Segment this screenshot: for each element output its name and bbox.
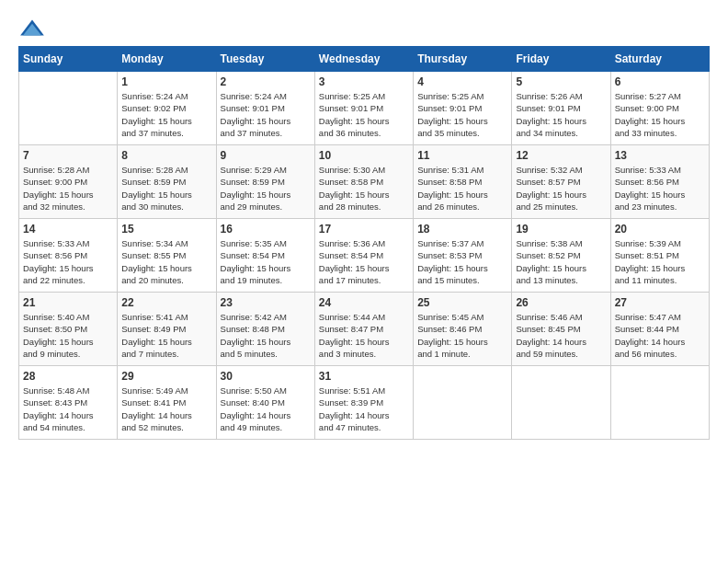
weekday-header: Thursday <box>414 47 512 72</box>
day-info: Sunrise: 5:50 AM Sunset: 8:40 PM Dayligh… <box>221 385 311 433</box>
day-info: Sunrise: 5:38 AM Sunset: 8:52 PM Dayligh… <box>516 237 606 286</box>
day-info: Sunrise: 5:31 AM Sunset: 8:58 PM Dayligh… <box>417 164 507 213</box>
day-info: Sunrise: 5:24 AM Sunset: 9:02 PM Dayligh… <box>121 90 211 139</box>
day-number: 26 <box>516 296 606 309</box>
day-number: 10 <box>319 149 409 162</box>
calendar-cell: 23Sunrise: 5:42 AM Sunset: 8:48 PM Dayli… <box>216 293 314 366</box>
day-info: Sunrise: 5:47 AM Sunset: 8:44 PM Dayligh… <box>615 311 705 360</box>
calendar-cell: 24Sunrise: 5:44 AM Sunset: 8:47 PM Dayli… <box>314 293 413 366</box>
calendar-week-row: 21Sunrise: 5:40 AM Sunset: 8:50 PM Dayli… <box>19 293 710 366</box>
calendar-cell: 15Sunrise: 5:34 AM Sunset: 8:55 PM Dayli… <box>118 219 216 293</box>
calendar-cell: 30Sunrise: 5:50 AM Sunset: 8:40 PM Dayli… <box>216 366 314 440</box>
calendar-cell: 5Sunrise: 5:26 AM Sunset: 9:01 PM Daylig… <box>512 72 610 145</box>
calendar-cell: 17Sunrise: 5:36 AM Sunset: 8:54 PM Dayli… <box>314 219 413 293</box>
calendar-cell: 4Sunrise: 5:25 AM Sunset: 9:01 PM Daylig… <box>414 72 512 145</box>
calendar-cell: 25Sunrise: 5:45 AM Sunset: 8:46 PM Dayli… <box>414 293 512 366</box>
day-info: Sunrise: 5:32 AM Sunset: 8:57 PM Dayligh… <box>516 164 606 213</box>
calendar-cell: 22Sunrise: 5:41 AM Sunset: 8:49 PM Dayli… <box>118 293 216 366</box>
day-info: Sunrise: 5:33 AM Sunset: 8:56 PM Dayligh… <box>23 237 113 286</box>
day-info: Sunrise: 5:37 AM Sunset: 8:53 PM Dayligh… <box>417 237 507 286</box>
day-info: Sunrise: 5:49 AM Sunset: 8:41 PM Dayligh… <box>121 385 211 433</box>
day-number: 9 <box>221 149 311 162</box>
day-number: 14 <box>23 223 113 236</box>
day-number: 2 <box>221 75 311 88</box>
day-number: 24 <box>319 296 409 309</box>
calendar-cell: 11Sunrise: 5:31 AM Sunset: 8:58 PM Dayli… <box>414 145 512 219</box>
calendar-header-row: SundayMondayTuesdayWednesdayThursdayFrid… <box>19 47 710 72</box>
calendar-cell <box>414 366 512 440</box>
day-number: 25 <box>417 296 507 309</box>
page-header <box>18 18 710 37</box>
calendar-week-row: 14Sunrise: 5:33 AM Sunset: 8:56 PM Dayli… <box>19 219 710 293</box>
day-info: Sunrise: 5:48 AM Sunset: 8:43 PM Dayligh… <box>23 385 113 433</box>
calendar-cell: 29Sunrise: 5:49 AM Sunset: 8:41 PM Dayli… <box>118 366 216 440</box>
calendar-cell: 31Sunrise: 5:51 AM Sunset: 8:39 PM Dayli… <box>314 366 413 440</box>
calendar-cell: 12Sunrise: 5:32 AM Sunset: 8:57 PM Dayli… <box>512 145 610 219</box>
day-info: Sunrise: 5:42 AM Sunset: 8:48 PM Dayligh… <box>221 311 311 360</box>
day-info: Sunrise: 5:26 AM Sunset: 9:01 PM Dayligh… <box>516 90 606 139</box>
day-number: 7 <box>23 149 113 162</box>
day-number: 16 <box>221 223 311 236</box>
day-info: Sunrise: 5:46 AM Sunset: 8:45 PM Dayligh… <box>516 311 606 360</box>
calendar-cell <box>610 366 709 440</box>
day-info: Sunrise: 5:45 AM Sunset: 8:46 PM Dayligh… <box>417 311 507 360</box>
day-number: 15 <box>121 223 211 236</box>
day-number: 11 <box>417 149 507 162</box>
calendar-week-row: 28Sunrise: 5:48 AM Sunset: 8:43 PM Dayli… <box>19 366 710 440</box>
calendar-cell: 3Sunrise: 5:25 AM Sunset: 9:01 PM Daylig… <box>314 72 413 145</box>
calendar-week-row: 1Sunrise: 5:24 AM Sunset: 9:02 PM Daylig… <box>19 72 710 145</box>
day-info: Sunrise: 5:44 AM Sunset: 8:47 PM Dayligh… <box>319 311 409 360</box>
day-info: Sunrise: 5:27 AM Sunset: 9:00 PM Dayligh… <box>615 90 705 139</box>
day-number: 31 <box>319 370 409 383</box>
weekday-header: Friday <box>512 47 610 72</box>
calendar-cell: 27Sunrise: 5:47 AM Sunset: 8:44 PM Dayli… <box>610 293 709 366</box>
day-info: Sunrise: 5:30 AM Sunset: 8:58 PM Dayligh… <box>319 164 409 213</box>
day-info: Sunrise: 5:25 AM Sunset: 9:01 PM Dayligh… <box>417 90 507 139</box>
weekday-header: Wednesday <box>314 47 413 72</box>
day-number: 27 <box>615 296 705 309</box>
day-info: Sunrise: 5:33 AM Sunset: 8:56 PM Dayligh… <box>615 164 705 213</box>
calendar-cell: 21Sunrise: 5:40 AM Sunset: 8:50 PM Dayli… <box>19 293 118 366</box>
day-number: 17 <box>319 223 409 236</box>
day-number: 21 <box>23 296 113 309</box>
calendar-cell: 6Sunrise: 5:27 AM Sunset: 9:00 PM Daylig… <box>610 72 709 145</box>
day-number: 5 <box>516 75 606 88</box>
calendar-cell: 9Sunrise: 5:29 AM Sunset: 8:59 PM Daylig… <box>216 145 314 219</box>
calendar-cell: 20Sunrise: 5:39 AM Sunset: 8:51 PM Dayli… <box>610 219 709 293</box>
calendar-cell: 1Sunrise: 5:24 AM Sunset: 9:02 PM Daylig… <box>118 72 216 145</box>
day-number: 20 <box>615 223 705 236</box>
weekday-header: Tuesday <box>216 47 314 72</box>
day-number: 28 <box>23 370 113 383</box>
day-info: Sunrise: 5:24 AM Sunset: 9:01 PM Dayligh… <box>221 90 311 139</box>
day-info: Sunrise: 5:28 AM Sunset: 9:00 PM Dayligh… <box>23 164 113 213</box>
calendar-table: SundayMondayTuesdayWednesdayThursdayFrid… <box>18 46 710 440</box>
day-number: 8 <box>121 149 211 162</box>
day-number: 18 <box>417 223 507 236</box>
day-number: 23 <box>221 296 311 309</box>
day-info: Sunrise: 5:25 AM Sunset: 9:01 PM Dayligh… <box>319 90 409 139</box>
calendar-cell: 26Sunrise: 5:46 AM Sunset: 8:45 PM Dayli… <box>512 293 610 366</box>
calendar-cell: 19Sunrise: 5:38 AM Sunset: 8:52 PM Dayli… <box>512 219 610 293</box>
logo-icon <box>18 18 46 37</box>
day-info: Sunrise: 5:28 AM Sunset: 8:59 PM Dayligh… <box>121 164 211 213</box>
weekday-header: Saturday <box>610 47 709 72</box>
weekday-header: Sunday <box>19 47 118 72</box>
day-info: Sunrise: 5:40 AM Sunset: 8:50 PM Dayligh… <box>23 311 113 360</box>
day-number: 19 <box>516 223 606 236</box>
logo <box>18 18 50 37</box>
day-number: 6 <box>615 75 705 88</box>
calendar-week-row: 7Sunrise: 5:28 AM Sunset: 9:00 PM Daylig… <box>19 145 710 219</box>
day-info: Sunrise: 5:41 AM Sunset: 8:49 PM Dayligh… <box>121 311 211 360</box>
calendar-cell: 18Sunrise: 5:37 AM Sunset: 8:53 PM Dayli… <box>414 219 512 293</box>
calendar-cell: 10Sunrise: 5:30 AM Sunset: 8:58 PM Dayli… <box>314 145 413 219</box>
calendar-cell: 14Sunrise: 5:33 AM Sunset: 8:56 PM Dayli… <box>19 219 118 293</box>
day-info: Sunrise: 5:35 AM Sunset: 8:54 PM Dayligh… <box>221 237 311 286</box>
calendar-cell: 7Sunrise: 5:28 AM Sunset: 9:00 PM Daylig… <box>19 145 118 219</box>
day-number: 22 <box>121 296 211 309</box>
day-info: Sunrise: 5:51 AM Sunset: 8:39 PM Dayligh… <box>319 385 409 433</box>
day-number: 4 <box>417 75 507 88</box>
calendar-cell <box>512 366 610 440</box>
calendar-cell: 13Sunrise: 5:33 AM Sunset: 8:56 PM Dayli… <box>610 145 709 219</box>
calendar-cell: 28Sunrise: 5:48 AM Sunset: 8:43 PM Dayli… <box>19 366 118 440</box>
day-number: 1 <box>121 75 211 88</box>
